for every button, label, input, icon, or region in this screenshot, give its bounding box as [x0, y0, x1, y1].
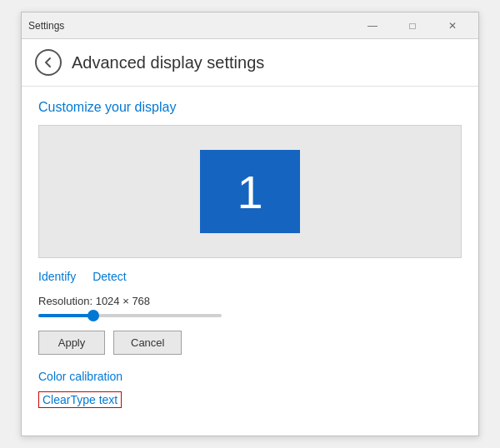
main-content: Customize your display 1 Identify Detect…	[22, 87, 478, 436]
detect-link[interactable]: Detect	[92, 270, 126, 283]
page-header: Advanced display settings	[22, 39, 478, 87]
page-title: Advanced display settings	[72, 53, 264, 72]
display-preview: 1	[38, 125, 462, 258]
slider-thumb[interactable]	[88, 310, 99, 321]
slider-fill	[38, 314, 93, 317]
title-bar: Settings — □ ✕	[22, 12, 478, 39]
window-title: Settings	[28, 20, 64, 32]
resolution-slider-container	[38, 314, 462, 317]
maximize-button[interactable]: □	[393, 12, 432, 39]
display-monitor: 1	[200, 150, 300, 233]
display-links: Identify Detect	[38, 270, 462, 283]
settings-window: Settings — □ ✕ Advanced display settings…	[21, 12, 479, 436]
back-arrow-icon	[42, 57, 54, 68]
display-number: 1	[237, 165, 262, 219]
action-buttons: Apply Cancel	[38, 331, 462, 355]
cancel-button[interactable]: Cancel	[113, 331, 182, 355]
section-title: Customize your display	[38, 100, 462, 115]
resolution-slider-track[interactable]	[38, 314, 222, 317]
color-calibration-link[interactable]: Color calibration	[38, 370, 462, 383]
minimize-button[interactable]: —	[353, 12, 392, 39]
title-bar-controls: — □ ✕	[353, 12, 472, 39]
close-button[interactable]: ✕	[433, 12, 472, 39]
cleartype-text-link[interactable]: ClearType text	[38, 391, 122, 408]
apply-button[interactable]: Apply	[38, 331, 105, 355]
back-button[interactable]	[35, 49, 62, 76]
identify-link[interactable]: Identify	[38, 270, 76, 283]
title-bar-left: Settings	[28, 20, 64, 32]
resolution-label: Resolution: 1024 × 768	[38, 295, 462, 307]
